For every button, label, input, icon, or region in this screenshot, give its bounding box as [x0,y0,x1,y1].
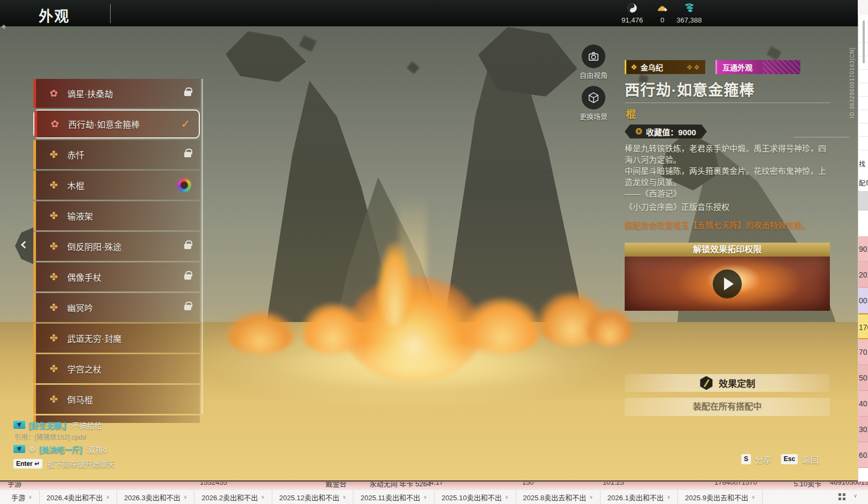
back-button[interactable]: Esc 返回 [781,454,818,465]
play-button[interactable] [713,269,742,298]
chat-channel-badge-icon [13,421,25,429]
spreadsheet-row-cell[interactable]: 001 [858,288,868,313]
skin-item[interactable]: 幽冥吟✓ [33,293,200,322]
skin-item-selected[interactable]: 西行劫·如意金箍棒✓ [33,109,200,138]
lock-icon [184,91,191,96]
rarity-petal-icon [47,242,60,251]
skin-item[interactable]: 谪星·扶桑劫✓ [33,79,200,108]
sheet-cell[interactable]: 101.25 [603,481,624,486]
skin-item[interactable]: 输液架✓ [33,201,200,230]
chevron-left-icon [21,241,28,249]
rarity-petal-icon [47,333,60,343]
chevron-down-icon [184,494,187,500]
spreadsheet-row-cell[interactable]: 401 [858,391,868,417]
sheet-tab[interactable]: 2025.10卖出和不出 [435,490,516,504]
screen: { "window": { "title": "外观", "id_waterma… [0,0,868,504]
effect-customize-button[interactable]: 效果定制 [625,374,830,392]
sheet-tab[interactable]: 2025.11卖出和不出 [353,490,435,504]
spreadsheet-row-cell[interactable]: 601 [858,442,868,468]
chevron-down-icon [751,494,755,500]
item-title: 西行劫·如意金箍棒 [625,78,755,100]
sheet-cell[interactable]: 46910500150 [830,481,868,486]
rarity-petal-icon [47,395,60,404]
rarity-petal-icon [47,150,60,159]
camera-icon [588,50,599,62]
sheet-cell[interactable]: 17640071570 [714,481,757,486]
sheet-tab[interactable]: 2025.9卖出去和不出 [678,490,762,504]
chat-channel-badge-icon [13,445,25,453]
weapon-type: 棍 [626,106,636,121]
spreadsheet-cell-gray[interactable] [858,191,868,210]
sheet-cell[interactable]: 4.17 [430,481,443,486]
currency-cyan-spiral[interactable]: 367,388 [670,3,708,24]
change-scene-label: 更换场景 [575,111,612,121]
chevron-down-icon [589,494,593,500]
skin-item[interactable]: 武道无穷·封魔✓ [33,324,200,353]
spreadsheet-row-cell[interactable]: 501 [858,365,868,391]
lock-icon [184,274,191,280]
currency-value: 367,388 [670,16,708,24]
lotus-rank-icon [29,444,36,454]
sheet-cell[interactable]: 150 [522,481,534,486]
change-scene-button[interactable] [582,86,605,109]
sheet-cell[interactable]: 戴金合 [326,481,346,488]
esc-key-badge: Esc [781,454,798,464]
sheet-tab[interactable]: 2025.8卖出去和不出 [516,490,601,504]
skin-item[interactable]: 学宫之杖✓ [33,354,200,383]
scene-cube-icon [588,92,599,104]
spreadsheet-row-cell[interactable]: 170 [858,313,868,339]
background-spreadsheet-right-edge: 找 配单 901 201 001 170 701 501 401 301 601 [858,15,868,481]
series-icon [631,63,638,71]
video-unlock-header: 解锁效果拓印权限 [625,243,830,257]
chevron-down-icon [505,494,509,500]
chat-input-hint[interactable]: Enter ↵ 按下回车键开始聊天 [13,458,115,469]
enter-key-badge: Enter ↵ [13,459,42,469]
sheet-tab[interactable]: 2026.2卖出和不出 [194,490,272,504]
chevron-down-icon [423,494,427,500]
sheet-tab[interactable]: 2026.3卖出和不出 [117,490,194,504]
skin-item[interactable]: 木棍✓ [33,171,200,200]
skin-item[interactable]: 倒马棍✓ [33,385,200,414]
list-scrollbar[interactable] [201,79,203,414]
spreadsheet-row-cell[interactable]: 201 [858,262,868,288]
spreadsheet-row-cell[interactable]: 301 [858,417,868,442]
equip-all-loadouts-button[interactable]: 装配在所有搭配中 [625,398,830,416]
top-bar: 外观 91,476 0 367,388 [0,0,858,27]
chat-overlay: [好生无聊,]:不搞给给 引用：[猪猪侠152]:cpdd [处决吃一斤]:双排… [13,419,115,469]
color-wheel-icon [177,178,191,192]
sheet-tab[interactable]: 手游 [4,490,40,504]
skin-item[interactable]: 偶像手杖✓ [33,262,200,291]
sheet-tab[interactable]: 2026.1卖出和不出 [601,490,678,504]
spreadsheet-scrollbar[interactable] [863,20,865,63]
sheet-grid-view-icon[interactable] [838,493,845,500]
skin-item[interactable]: 赤忏✓ [33,140,200,169]
collection-value-badge: 收藏值：9000 [625,125,707,138]
sheet-tab[interactable]: 2025.12卖出和不出 [272,490,354,504]
sheet-cell[interactable]: 永劫无间 年卡 5264 [370,481,431,488]
music-license: 《小刀会序曲》正版音乐授权 [625,201,830,212]
rarity-flower-icon [47,89,60,98]
lock-icon [184,244,191,249]
chevron-down-icon [28,494,32,500]
chat-quote: 引用：[猪猪侠152]:cpdd [15,432,115,442]
spreadsheet-row-cell[interactable]: 701 [858,339,868,365]
sheet-tab[interactable]: 2026.4卖出和不出 [40,490,117,504]
sheet-cell[interactable]: 5.10卖卡 [794,481,821,488]
account-id-watermark: ID:36329600170163[CN] [849,47,855,118]
s-key-badge: S [741,454,751,464]
spreadsheet-row-cell[interactable]: 901 [858,236,868,262]
effect-preview-video[interactable] [625,257,830,311]
sheet-cell[interactable]: 1552455 [200,481,227,486]
collection-coin-icon [635,127,642,136]
taiji-coin-icon [627,3,638,13]
spreadsheet-cell[interactable]: 配单 [859,178,868,187]
chevron-down-icon [343,494,346,500]
chevron-down-icon [106,494,110,500]
chevron-down-icon [667,494,671,500]
share-button[interactable]: S 分享 [741,454,771,465]
chevron-down-icon[interactable]: ∨ [853,493,857,499]
spreadsheet-cell[interactable]: 找 [859,159,865,168]
skin-item[interactable]: 倒反阴阳·殊途✓ [33,232,200,261]
free-camera-button[interactable] [582,45,605,68]
sheet-cell[interactable]: 手游 [8,481,21,488]
